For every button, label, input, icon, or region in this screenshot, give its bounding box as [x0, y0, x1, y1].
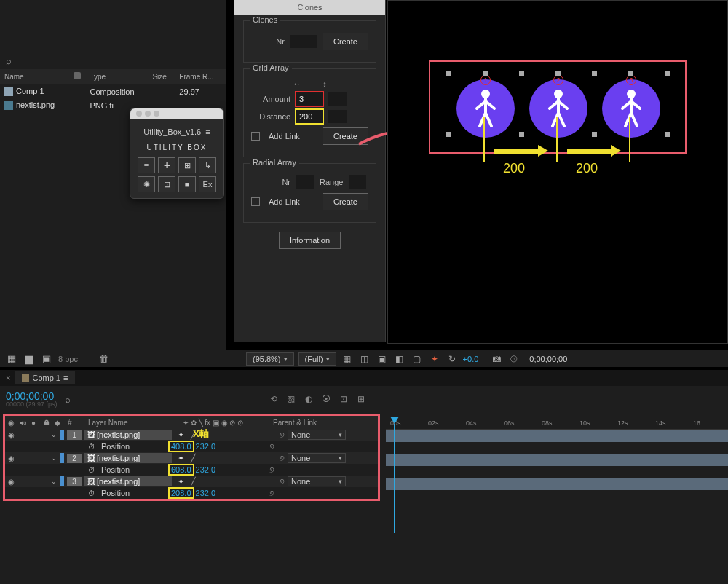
position-y[interactable]: 232.0 — [196, 489, 216, 497]
roi-icon[interactable]: ◫ — [358, 352, 371, 366]
switch-icon[interactable]: ⊡ — [337, 392, 350, 406]
layer-name[interactable]: 🖼︎[nextist.png] — [84, 430, 172, 440]
col-framerate[interactable]: Frame R... — [175, 69, 226, 84]
audio-switch-icon[interactable]: 🔊︎ — [20, 419, 28, 427]
thumbnail-icon[interactable]: ▦ — [6, 353, 17, 365]
layer-track[interactable] — [386, 454, 728, 466]
layer-row[interactable]: ◉ ⌄ 3 🖼︎[nextist.png] ✦ ╱ ୭ None▾ — [5, 476, 378, 487]
lock-icon[interactable]: 🔒︎ — [43, 419, 52, 427]
visibility-icon[interactable]: ◉ — [8, 431, 15, 439]
clones-create-button[interactable]: Create — [323, 33, 368, 50]
col-type[interactable]: Type — [85, 69, 148, 84]
label-swatch[interactable] — [60, 430, 64, 440]
clone-circle[interactable] — [529, 79, 587, 138]
grid-distance-input[interactable] — [296, 110, 323, 123]
timeline-tab[interactable]: Comp 1 ≡ — [15, 371, 75, 384]
layer-name[interactable]: 🖼︎[nextist.png] — [84, 453, 172, 463]
graph-editor-icon[interactable]: ⦿ — [320, 392, 333, 406]
selection-handle[interactable] — [555, 71, 561, 76]
color-mgmt-icon[interactable]: ✦ — [428, 352, 441, 366]
safe-zones-icon[interactable]: ▣ — [376, 352, 389, 366]
mask-icon[interactable]: ▢ — [411, 352, 424, 366]
switch-icon[interactable]: ✦ — [178, 430, 188, 440]
util-btn-8[interactable]: Ex — [199, 176, 216, 192]
stopwatch-icon[interactable]: ⏱︎ — [88, 489, 95, 497]
selection-handle[interactable] — [592, 71, 597, 76]
selection-handle[interactable] — [446, 71, 451, 76]
clone-circle[interactable] — [456, 79, 515, 138]
close-tab-icon[interactable]: × — [6, 374, 10, 382]
layer-track[interactable] — [386, 478, 728, 490]
menu-icon[interactable]: ≡ — [63, 374, 68, 382]
util-btn-2[interactable]: ✚ — [158, 157, 175, 173]
selection-handle[interactable] — [483, 71, 488, 76]
channel-icon[interactable]: ◧ — [393, 352, 406, 366]
util-btn-4[interactable]: ↳ — [199, 157, 216, 173]
reset-exposure-icon[interactable]: ↻ — [446, 352, 459, 366]
position-x[interactable]: 208.0 — [171, 489, 191, 497]
visibility-icon[interactable]: ◉ — [8, 454, 15, 462]
bpc-label[interactable]: 8 bpc — [58, 355, 78, 363]
position-y[interactable]: 232.0 — [196, 442, 216, 451]
position-x[interactable]: 608.0 — [171, 465, 191, 474]
trash-icon[interactable]: 🗑︎ — [98, 353, 110, 365]
transparency-grid-icon[interactable]: ▦ — [341, 352, 354, 366]
clones-nr-input[interactable] — [290, 35, 317, 48]
radial-create-button[interactable]: Create — [323, 193, 368, 210]
stopwatch-icon[interactable]: ⏱︎ — [88, 466, 95, 474]
pickwhip-icon[interactable]: ୭ — [269, 465, 274, 475]
switch-icon[interactable]: ╱ — [191, 477, 201, 486]
distance-alt-input[interactable] — [328, 110, 347, 123]
stopwatch-icon[interactable]: ⏱︎ — [88, 443, 95, 451]
snapshot-icon[interactable]: 📷︎ — [490, 352, 503, 366]
shy-icon[interactable]: ⟲ — [267, 392, 280, 406]
preview-timecode[interactable]: 0;00;00;00 — [529, 355, 567, 363]
utility-box-panel[interactable]: Utility_Box_v1.6 ≡ UTILITY BOX ≡ ✚ ⊞ ↳ ✺… — [130, 108, 224, 199]
folder-icon[interactable]: ▆ — [23, 353, 35, 365]
selection-handle[interactable] — [628, 71, 633, 76]
addlink-checkbox[interactable] — [251, 197, 260, 206]
util-btn-5[interactable]: ✺ — [138, 176, 155, 192]
amount-alt-input[interactable] — [328, 92, 347, 106]
switch-icon[interactable]: ╱ — [191, 454, 201, 463]
zoom-dropdown[interactable]: (95.8%)▾ — [246, 352, 294, 366]
radial-nr-input[interactable] — [296, 175, 314, 189]
col-size[interactable]: Size — [148, 69, 175, 84]
util-btn-1[interactable]: ≡ — [138, 157, 155, 173]
selection-handle[interactable] — [519, 71, 524, 76]
selection-handle[interactable] — [665, 132, 670, 137]
pickwhip-icon[interactable]: ୭ — [280, 430, 285, 440]
parent-dropdown[interactable]: None▾ — [288, 430, 346, 440]
motion-blur-icon[interactable]: ◐ — [302, 392, 315, 406]
col-parent[interactable]: Parent & Link — [273, 419, 339, 427]
radial-range-input[interactable] — [349, 175, 366, 189]
layer-row[interactable]: ◉ ⌄ 1 🖼︎[nextist.png] ✦ ╱ ୭ None▾ — [5, 429, 378, 441]
menu-icon[interactable]: ≡ — [205, 127, 210, 136]
exposure-value[interactable]: +0.0 — [463, 355, 479, 363]
horiz-arrow-icon[interactable]: ↔ — [293, 79, 301, 88]
selection-handle[interactable] — [665, 71, 670, 76]
pickwhip-icon[interactable]: ୭ — [280, 454, 285, 463]
layer-name[interactable]: 🖼︎[nextist.png] — [84, 476, 172, 486]
property-row[interactable]: ⏱︎ Position 408.0232.0 ୭ — [5, 441, 378, 452]
col-name[interactable]: Name — [0, 69, 69, 84]
label-color-icon[interactable] — [74, 72, 81, 79]
position-x[interactable]: 408.0 — [171, 442, 191, 451]
search-icon[interactable]: ⌕ — [65, 394, 71, 405]
visibility-icon[interactable]: ◉ — [8, 478, 15, 486]
information-button[interactable]: Information — [279, 232, 341, 249]
pickwhip-icon[interactable]: ୭ — [269, 442, 274, 451]
util-btn-6[interactable]: ⊡ — [158, 176, 175, 192]
vert-arrow-icon[interactable]: ↕ — [323, 79, 327, 88]
grid-amount-input[interactable] — [296, 92, 323, 106]
label-icon[interactable]: ◆ — [55, 419, 65, 427]
twirl-icon[interactable]: ⌄ — [51, 431, 57, 438]
search-icon[interactable]: ⌕ — [6, 55, 12, 66]
util-btn-3[interactable]: ⊞ — [178, 157, 196, 173]
playhead-icon[interactable] — [390, 417, 399, 424]
clone-circle[interactable] — [602, 79, 660, 138]
layer-track[interactable] — [386, 430, 728, 442]
label-swatch[interactable] — [60, 476, 64, 486]
parent-dropdown[interactable]: None▾ — [288, 476, 346, 486]
time-ruler[interactable]: 00s 02s 04s 06s 08s 10s 12s 14s 16 — [386, 417, 728, 430]
